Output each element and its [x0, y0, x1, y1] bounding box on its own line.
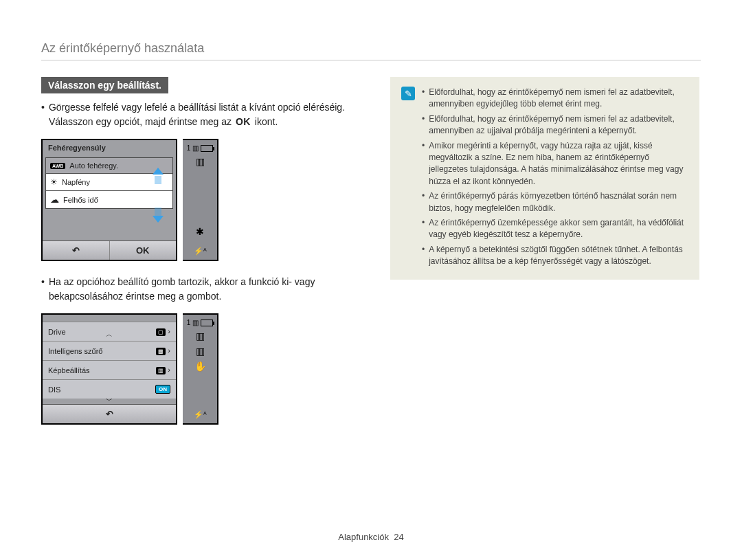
- note-item: Az érintőképernyő párás környezetben tör…: [422, 190, 688, 214]
- shot-count: 1: [187, 144, 191, 152]
- memory-icon: ▥: [192, 319, 199, 326]
- arrow-up-icon: [153, 168, 164, 175]
- screen1-bottom-bar: ↶ OK: [43, 240, 176, 260]
- bullet-dot: •: [41, 275, 45, 304]
- battery-icon: [201, 145, 213, 152]
- cloud-icon: [50, 194, 59, 205]
- chevron-right-icon: ›: [168, 327, 170, 335]
- adjust-icon: ▥: [156, 367, 166, 374]
- wb-label-cloudy: Felhős idő: [63, 196, 98, 204]
- label-dis: DIS: [48, 385, 60, 394]
- note-item: Előfordulhat, hogy az érintőképernyő nem…: [422, 87, 688, 111]
- section-subheading: Válasszon egy beállítást.: [41, 77, 168, 93]
- note-list: Előfordulhat, hogy az érintőképernyő nem…: [422, 87, 688, 270]
- shot-count: 1: [187, 319, 191, 326]
- row-smartfilter[interactable]: Intelligens szűrő ▩ ›: [43, 341, 176, 360]
- label-smartfilter: Intelligens szűrő: [48, 347, 103, 355]
- chevron-up-icon[interactable]: ︿: [106, 330, 113, 339]
- wb-label-daylight: Napfény: [62, 178, 90, 186]
- wb-side-icon: ✱: [196, 226, 204, 237]
- memory-card-icon: ▥: [196, 331, 205, 341]
- memory-card-icon: ▥: [196, 156, 205, 167]
- ok-button[interactable]: OK: [110, 241, 177, 260]
- note-box: ✎ Előfordulhat, hogy az érintőképernyő n…: [390, 77, 699, 280]
- hand-icon: ✋: [194, 361, 206, 372]
- left-column: Válasszon egy beállítást. • Görgesse fel…: [41, 77, 371, 438]
- awb-icon: AWB: [50, 163, 65, 169]
- para1-text-a: Görgesse felfelé vagy lefelé a beállítás…: [49, 102, 345, 127]
- dis-toggle-on[interactable]: ON: [155, 385, 170, 394]
- screen1-title: Fehéregyensúly: [43, 140, 176, 157]
- memory-icon: ▥: [192, 144, 199, 152]
- arrow-down-icon: [153, 216, 164, 223]
- camera-screen-1: Fehéregyensúly AWB Auto fehéregy. Napfén…: [41, 139, 371, 261]
- camera-side-panel-2: 1 ▥ ▥ ▥ ✋ ⚡ᴬ: [183, 313, 218, 425]
- note-item: Az érintőképernyő üzemképessége akkor se…: [422, 217, 688, 241]
- instruction-paragraph-1: • Görgesse felfelé vagy lefelé a beállít…: [41, 100, 371, 129]
- sun-icon: [50, 177, 58, 187]
- chevron-right-icon: ›: [168, 346, 170, 355]
- page-title: Az érintőképernyő használata: [41, 41, 701, 60]
- chevron-right-icon: ›: [168, 366, 170, 374]
- wb-label-auto: Auto fehéregy.: [69, 161, 118, 170]
- note-item: A képernyő a betekintési szögtől függően…: [422, 244, 688, 268]
- instruction-paragraph-2: • Ha az opcióhoz beállító gomb tartozik,…: [41, 275, 371, 304]
- page-footer: Alapfunkciók 24: [0, 532, 742, 542]
- memory-card-icon: ▥: [196, 346, 205, 357]
- flash-icon: ⚡ᴬ: [194, 247, 207, 256]
- battery-icon: [201, 320, 213, 326]
- camera-screen-2: ︿ Drive ▢ › Intelligens szűrő ▩ › Képbeá…: [41, 313, 371, 425]
- filter-icon: ▩: [156, 348, 166, 355]
- para1-text-b: ikont.: [252, 116, 278, 127]
- screen2-bottom-bar: ↶: [43, 404, 176, 423]
- note-info-icon: ✎: [401, 87, 415, 100]
- note-item: Előfordulhat, hogy az érintőképernyő nem…: [422, 113, 688, 137]
- ok-inline-label: OK: [234, 115, 252, 129]
- camera-screen-1-main: Fehéregyensúly AWB Auto fehéregy. Napfén…: [41, 139, 177, 261]
- scroll-arrows: [153, 168, 164, 223]
- camera-screen-2-main: ︿ Drive ▢ › Intelligens szűrő ▩ › Képbeá…: [41, 313, 177, 425]
- back-button[interactable]: ↶: [43, 405, 176, 423]
- para2-text: Ha az opcióhoz beállító gomb tartozik, a…: [49, 275, 371, 304]
- flash-icon: ⚡ᴬ: [194, 410, 207, 419]
- bullet-dot: •: [41, 100, 45, 129]
- footer-section: Alapfunkciók: [338, 532, 389, 542]
- footer-page-number: 24: [394, 532, 403, 542]
- label-imageadjust: Képbeállítás: [48, 366, 90, 374]
- row-imageadjust[interactable]: Képbeállítás ▥ ›: [43, 360, 176, 379]
- back-button[interactable]: ↶: [43, 241, 110, 260]
- note-item: Amikor megérinti a képernyőt, vagy húzza…: [422, 140, 688, 188]
- label-drive: Drive: [48, 328, 66, 336]
- camera-side-panel-1: 1 ▥ ▥ ✱ ⚡ᴬ: [183, 139, 218, 261]
- drive-icon: ▢: [156, 328, 166, 336]
- right-column: ✎ Előfordulhat, hogy az érintőképernyő n…: [390, 77, 699, 438]
